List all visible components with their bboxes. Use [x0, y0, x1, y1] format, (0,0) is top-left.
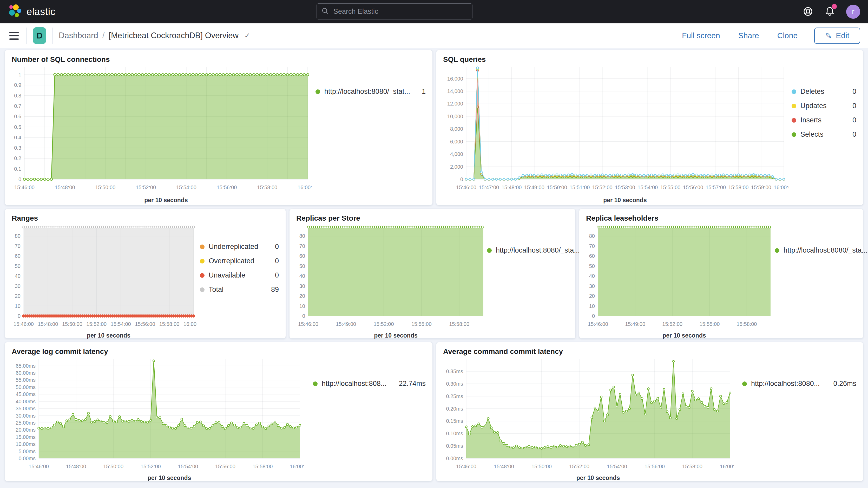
legend-value: 0: [848, 88, 856, 96]
svg-text:15:58:00: 15:58:00: [737, 321, 757, 327]
svg-text:15:54:00: 15:54:00: [638, 184, 658, 190]
panel-title: Replicas per Store: [296, 214, 570, 222]
svg-text:15:55:00: 15:55:00: [660, 184, 681, 190]
svg-text:0.7: 0.7: [14, 103, 21, 109]
svg-text:80: 80: [15, 233, 21, 239]
edit-button[interactable]: ✎ Edit: [814, 28, 860, 44]
svg-text:15:56:00: 15:56:00: [215, 464, 236, 469]
legend-item[interactable]: Inserts0: [792, 116, 856, 124]
svg-text:4,000: 4,000: [450, 151, 463, 157]
svg-text:0.25ms: 0.25ms: [446, 393, 463, 399]
svg-text:0.8: 0.8: [14, 93, 21, 98]
legend-dot-icon: [792, 132, 796, 137]
svg-text:25.00ms: 25.00ms: [16, 420, 36, 426]
alerts-button[interactable]: [824, 6, 835, 18]
full-screen-button[interactable]: Full screen: [680, 31, 722, 40]
svg-text:0.5: 0.5: [14, 124, 21, 130]
legend-item[interactable]: http://localhost:8080/_stat...1: [315, 88, 426, 96]
svg-text:40: 40: [299, 273, 305, 279]
svg-text:0: 0: [18, 313, 21, 319]
user-avatar[interactable]: r: [846, 5, 860, 19]
legend-dot-icon: [200, 273, 205, 278]
breadcrumb-dashboard-link[interactable]: Dashboard: [59, 31, 98, 40]
panel-log-commit-latency: Average log commit latency 0.00ms5.00ms1…: [5, 342, 433, 481]
svg-text:50.00ms: 50.00ms: [16, 384, 36, 390]
global-search[interactable]: [316, 3, 472, 20]
svg-text:14,000: 14,000: [447, 88, 463, 94]
svg-text:30: 30: [589, 283, 595, 289]
panel-ranges: Ranges 0102030405060708015:46:0015:48:00…: [5, 209, 286, 339]
help-button[interactable]: [803, 6, 813, 18]
chart-command-commit-latency[interactable]: 0.00ms0.05ms0.10ms0.15ms0.20ms0.25ms0.30…: [441, 356, 734, 484]
elastic-brand[interactable]: elastic: [8, 4, 55, 19]
chart-legend: Deletes0Updates0Inserts0Selects0: [792, 64, 858, 139]
svg-text:0.1: 0.1: [14, 166, 21, 172]
svg-text:15:52:00: 15:52:00: [569, 464, 589, 469]
legend-label: http://localhost:8080/_sta...: [496, 246, 580, 254]
svg-text:15:52:00: 15:52:00: [374, 321, 394, 327]
legend-item[interactable]: Selects0: [792, 130, 856, 139]
panel-title: Average command commit latency: [443, 347, 858, 356]
svg-text:55.00ms: 55.00ms: [16, 377, 36, 383]
chart-sql-queries[interactable]: 02,0004,0006,0008,00010,00012,00014,0001…: [441, 64, 788, 206]
search-input[interactable]: [333, 7, 467, 16]
svg-text:10: 10: [299, 303, 305, 309]
svg-text:per 10 seconds: per 10 seconds: [144, 197, 188, 204]
svg-text:16:00:00: 16:00:00: [184, 321, 197, 327]
legend-item[interactable]: http://localhost:8080/_sta...89: [487, 246, 569, 254]
svg-text:0.9: 0.9: [14, 82, 21, 88]
legend-item[interactable]: Unavailable0: [200, 271, 279, 279]
svg-text:15:46:00: 15:46:00: [13, 321, 34, 327]
svg-text:16:00:00: 16:00:00: [298, 184, 312, 190]
svg-text:0.4: 0.4: [14, 134, 21, 140]
svg-text:20: 20: [15, 293, 21, 299]
svg-text:15:56:00: 15:56:00: [135, 321, 155, 327]
legend-item[interactable]: Underreplicated0: [200, 243, 279, 251]
breadcrumb-separator: /: [102, 31, 105, 40]
space-badge[interactable]: D: [33, 27, 46, 44]
legend-item[interactable]: Total89: [200, 285, 279, 294]
check-icon: ✓: [244, 31, 250, 40]
svg-text:1: 1: [19, 72, 21, 78]
svg-text:15.00ms: 15.00ms: [16, 434, 36, 440]
svg-text:15:49:00: 15:49:00: [336, 321, 356, 327]
svg-text:15:52:00: 15:52:00: [136, 184, 156, 190]
menu-button[interactable]: [8, 30, 20, 41]
legend-item[interactable]: http://localhost:8080/_sta...89: [775, 246, 856, 254]
svg-text:20: 20: [589, 293, 595, 299]
svg-text:50: 50: [15, 263, 21, 269]
legend-item[interactable]: Updates0: [792, 102, 856, 110]
legend-dot-icon: [792, 89, 796, 94]
svg-text:15:53:00: 15:53:00: [615, 184, 635, 190]
page-title: [Metricbeat CockroachDB] Overview: [108, 31, 239, 40]
legend-item[interactable]: Overreplicated0: [200, 257, 279, 265]
divider: [52, 28, 53, 44]
svg-text:0.00ms: 0.00ms: [19, 456, 36, 461]
chart-sql-connections[interactable]: 00.10.20.30.40.50.60.70.80.9115:46:0015:…: [10, 64, 312, 206]
chart-ranges[interactable]: 0102030405060708015:46:0015:48:0015:50:0…: [10, 222, 197, 342]
svg-text:10: 10: [589, 303, 595, 309]
legend-value: 89: [267, 285, 279, 294]
svg-text:15:46:00: 15:46:00: [29, 464, 49, 469]
svg-text:15:48:00: 15:48:00: [38, 321, 58, 327]
chart-legend: http://localhost:808...22.74ms: [313, 356, 427, 388]
chart-replica-leaseholders[interactable]: 0102030405060708015:46:0015:49:0015:52:0…: [585, 222, 774, 342]
legend-value: 0: [270, 271, 279, 279]
clone-button[interactable]: Clone: [776, 31, 799, 40]
svg-text:10,000: 10,000: [447, 114, 463, 119]
svg-text:30: 30: [299, 283, 305, 289]
svg-text:15:55:00: 15:55:00: [411, 321, 432, 327]
legend-item[interactable]: http://localhost:808...22.74ms: [313, 379, 426, 388]
svg-text:15:48:00: 15:48:00: [55, 184, 75, 190]
svg-text:15:50:00: 15:50:00: [531, 464, 552, 469]
chart-log-commit-latency[interactable]: 0.00ms5.00ms10.00ms15.00ms20.00ms25.00ms…: [10, 356, 304, 484]
space-initial: D: [36, 31, 42, 40]
chart-replicas-per-store[interactable]: 0102030405060708015:46:0015:49:0015:52:0…: [295, 222, 487, 342]
legend-item[interactable]: Deletes0: [792, 88, 856, 96]
svg-text:15:48:00: 15:48:00: [66, 464, 86, 469]
legend-item[interactable]: http://localhost:8080...0.26ms: [742, 379, 856, 388]
svg-text:50: 50: [589, 263, 595, 269]
svg-text:15:56:00: 15:56:00: [645, 464, 665, 469]
panel-title: Ranges: [12, 214, 280, 222]
share-button[interactable]: Share: [737, 31, 761, 40]
